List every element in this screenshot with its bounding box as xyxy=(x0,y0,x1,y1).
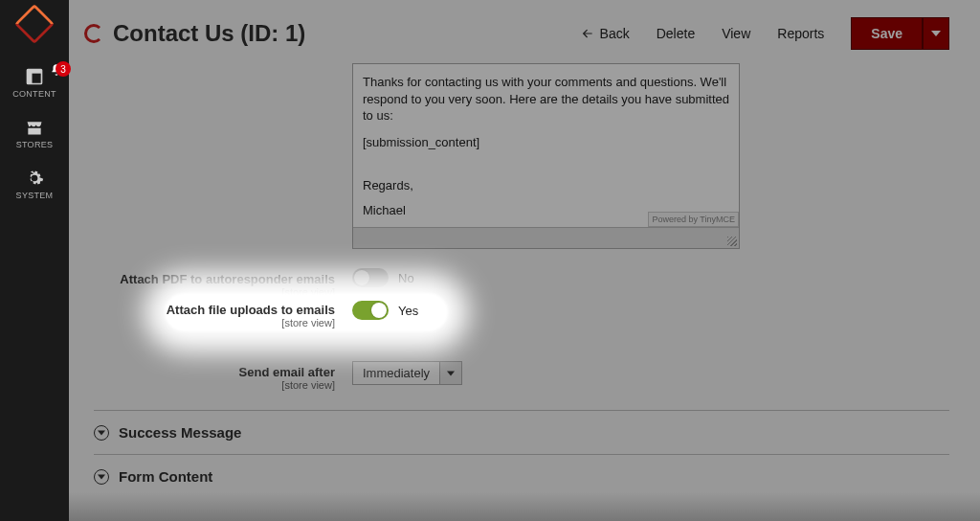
chevron-down-icon xyxy=(94,425,109,441)
delete-button[interactable]: Delete xyxy=(657,26,695,41)
svg-rect-2 xyxy=(28,70,33,84)
page-header: Contact Us (ID: 1) Back Delete View Repo… xyxy=(69,0,974,63)
field-label: Attach PDF to autoresponder emails xyxy=(120,272,335,286)
admin-sidebar: CONTENT 3 STORES SYSTEM xyxy=(0,0,69,521)
header-actions: Back Delete View Reports Save xyxy=(581,17,949,50)
editor-body[interactable]: Thanks for contacting us with your comme… xyxy=(353,64,739,227)
save-button[interactable]: Save xyxy=(851,17,923,50)
field-attach-uploads: Attach file uploads to emails [store vie… xyxy=(94,301,418,328)
tinymce-badge: Powered by TinyMCE xyxy=(648,212,739,227)
reports-button[interactable]: Reports xyxy=(777,26,824,41)
field-label: Send email after xyxy=(239,365,335,379)
toggle-attach-uploads[interactable] xyxy=(352,301,389,320)
editor-line: Thanks for contacting us with your comme… xyxy=(363,74,729,125)
back-button[interactable]: Back xyxy=(581,26,630,41)
field-scope: [store view] xyxy=(94,317,335,328)
section-success-message[interactable]: Success Message xyxy=(94,411,949,455)
sidebar-item-stores[interactable]: STORES xyxy=(0,118,69,149)
select-caret[interactable] xyxy=(440,362,461,384)
section-label: Form Content xyxy=(119,468,212,485)
view-button[interactable]: View xyxy=(722,26,750,41)
resize-grip-icon[interactable] xyxy=(727,237,737,246)
editor-line: Regards, xyxy=(363,177,729,194)
section-form-content[interactable]: Form Content xyxy=(94,455,949,498)
field-autoresponder-body: Thanks for contacting us with your comme… xyxy=(94,63,949,249)
page-title: Contact Us (ID: 1) xyxy=(113,20,305,47)
sidebar-item-label: STORES xyxy=(16,140,54,149)
field-scope: [store view] xyxy=(94,286,335,298)
magento-logo-icon xyxy=(14,4,55,44)
loading-spinner-icon xyxy=(84,24,103,43)
toggle-value: No xyxy=(398,271,414,285)
content-icon xyxy=(25,67,44,86)
sidebar-item-label: SYSTEM xyxy=(16,191,54,200)
stores-icon xyxy=(25,118,44,137)
sidebar-item-system[interactable]: SYSTEM xyxy=(0,169,69,200)
section-label: Success Message xyxy=(119,424,241,441)
gear-icon xyxy=(25,169,44,188)
arrow-left-icon xyxy=(581,27,594,40)
select-value: Immediately xyxy=(353,362,440,384)
editor-footer xyxy=(353,227,739,248)
chevron-down-icon xyxy=(94,469,109,485)
editor-line: [submission_content] xyxy=(363,134,729,151)
notification-badge: 3 xyxy=(56,61,71,77)
field-label: Attach file uploads to emails xyxy=(167,303,335,317)
save-dropdown-button[interactable] xyxy=(923,17,949,50)
form-content-region: Thanks for contacting us with your comme… xyxy=(69,63,974,517)
select-send-after[interactable]: Immediately xyxy=(352,361,462,385)
sidebar-item-content[interactable]: CONTENT 3 xyxy=(0,67,69,99)
richtext-editor[interactable]: Thanks for contacting us with your comme… xyxy=(352,63,740,249)
field-attach-pdf: Attach PDF to autoresponder emails [stor… xyxy=(94,268,949,298)
main-area: Contact Us (ID: 1) Back Delete View Repo… xyxy=(69,0,974,521)
field-send-email-after: Send email after [store view] Immediatel… xyxy=(94,361,949,391)
sidebar-item-label: CONTENT xyxy=(12,89,56,99)
toggle-value: Yes xyxy=(398,304,418,318)
field-scope: [store view] xyxy=(94,379,335,391)
caret-down-icon xyxy=(931,29,941,38)
caret-down-icon xyxy=(447,370,455,377)
toggle-attach-pdf[interactable] xyxy=(352,268,389,287)
save-split-button: Save xyxy=(851,17,949,50)
